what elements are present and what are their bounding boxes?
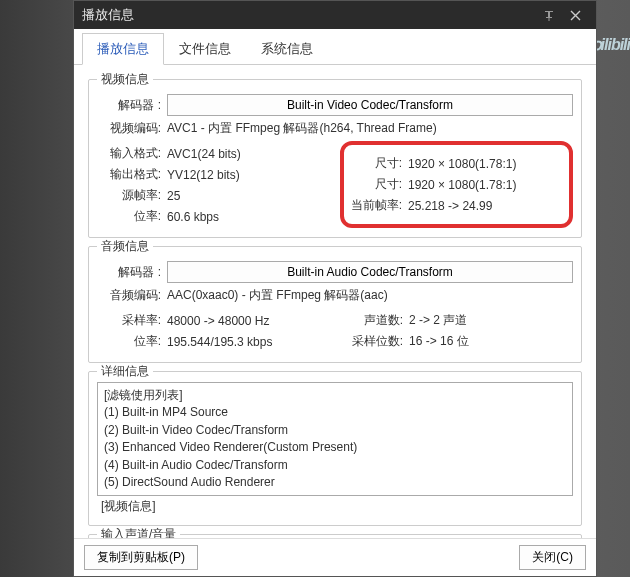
channels-label: 声道数: <box>345 312 409 329</box>
tab-file-info[interactable]: 文件信息 <box>164 33 246 65</box>
video-group-title: 视频信息 <box>97 71 153 88</box>
channel-group: 输入声道/音量 <box>88 534 582 538</box>
size1-label: 尺寸: <box>344 155 408 172</box>
audio-decoder-label: 解码器 : <box>97 264 167 281</box>
sample-bits-label: 采样位数: <box>345 333 409 350</box>
size2-value: 1920 × 1080(1.78:1) <box>408 178 516 192</box>
list-item: (1) Built-in MP4 Source <box>104 404 566 421</box>
list-item: (2) Built-in Video Codec/Transform <box>104 422 566 439</box>
audio-decoder-button[interactable]: Built-in Audio Codec/Transform <box>167 261 573 283</box>
source-fps-value: 25 <box>167 189 180 203</box>
tab-playback-info[interactable]: 播放信息 <box>82 33 164 65</box>
input-format-label: 输入格式: <box>97 145 167 162</box>
background-watermark: ɔilibili <box>593 35 630 54</box>
audio-bitrate-value: 195.544/195.3 kbps <box>167 335 272 349</box>
current-fps-label: 当前帧率: <box>344 197 408 214</box>
video-info-group: 视频信息 解码器 : Built-in Video Codec/Transfor… <box>88 79 582 238</box>
filter-listbox[interactable]: [滤镜使用列表] (1) Built-in MP4 Source (2) Bui… <box>97 382 573 496</box>
sample-bits-value: 16 -> 16 位 <box>409 333 469 350</box>
audio-group-title: 音频信息 <box>97 238 153 255</box>
highlight-box: 尺寸: 1920 × 1080(1.78:1) 尺寸: 1920 × 1080(… <box>340 141 573 228</box>
current-fps-value: 25.218 -> 24.99 <box>408 199 492 213</box>
input-format-value: AVC1(24 bits) <box>167 147 241 161</box>
copy-clipboard-button[interactable]: 复制到剪贴板(P) <box>84 545 198 570</box>
video-decoder-button[interactable]: Built-in Video Codec/Transform <box>167 94 573 116</box>
video-codec-value: AVC1 - 内置 FFmpeg 解码器(h264, Thread Frame) <box>167 120 437 137</box>
output-format-label: 输出格式: <box>97 166 167 183</box>
filter-list-header: [滤镜使用列表] <box>104 387 566 404</box>
audio-codec-label: 音频编码: <box>97 287 167 304</box>
source-fps-label: 源帧率: <box>97 187 167 204</box>
titlebar: 播放信息 <box>74 1 596 29</box>
output-format-value: YV12(12 bits) <box>167 168 240 182</box>
list-item: (4) Built-in Audio Codec/Transform <box>104 457 566 474</box>
dialog-footer: 复制到剪贴板(P) 关闭(C) <box>74 538 596 576</box>
audio-bitrate-label: 位率: <box>97 333 167 350</box>
list-item: (3) Enhanced Video Renderer(Custom Prese… <box>104 439 566 456</box>
content-area[interactable]: 视频信息 解码器 : Built-in Video Codec/Transfor… <box>74 65 596 538</box>
video-codec-label: 视频编码: <box>97 120 167 137</box>
audio-info-group: 音频信息 解码器 : Built-in Audio Codec/Transfor… <box>88 246 582 363</box>
pin-icon[interactable] <box>536 4 562 26</box>
close-button[interactable]: 关闭(C) <box>519 545 586 570</box>
channels-value: 2 -> 2 声道 <box>409 312 467 329</box>
sample-rate-value: 48000 -> 48000 Hz <box>167 314 269 328</box>
size1-value: 1920 × 1080(1.78:1) <box>408 157 516 171</box>
audio-codec-value: AAC(0xaac0) - 内置 FFmpeg 解码器(aac) <box>167 287 388 304</box>
size2-label: 尺寸: <box>344 176 408 193</box>
close-icon[interactable] <box>562 4 588 26</box>
video-bitrate-label: 位率: <box>97 208 167 225</box>
video-decoder-label: 解码器 : <box>97 97 167 114</box>
detail-info-group: 详细信息 [滤镜使用列表] (1) Built-in MP4 Source (2… <box>88 371 582 526</box>
channel-group-title: 输入声道/音量 <box>97 526 180 538</box>
window-title: 播放信息 <box>82 6 134 24</box>
list-item: (5) DirectSound Audio Renderer <box>104 474 566 491</box>
tab-bar: 播放信息 文件信息 系统信息 <box>74 29 596 65</box>
playback-info-dialog: 播放信息 播放信息 文件信息 系统信息 视频信息 解码器 : Built-in … <box>73 0 597 577</box>
truncated-label: [视频信息] <box>101 498 569 515</box>
detail-group-title: 详细信息 <box>97 363 153 380</box>
sample-rate-label: 采样率: <box>97 312 167 329</box>
video-bitrate-value: 60.6 kbps <box>167 210 219 224</box>
tab-system-info[interactable]: 系统信息 <box>246 33 328 65</box>
